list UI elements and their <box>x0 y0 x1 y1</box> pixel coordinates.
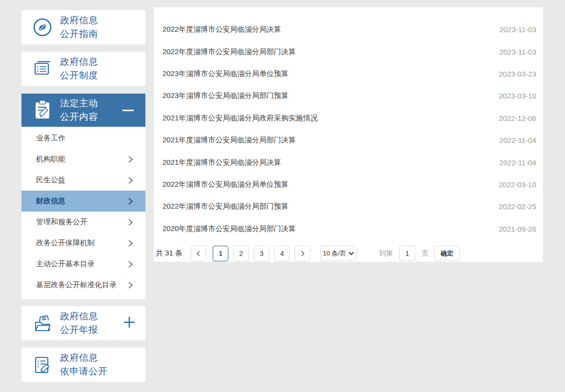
submenu-label: 管理和服务公开 <box>36 217 87 227</box>
submenu-label: 政务公开保障机制 <box>36 238 95 248</box>
chevron-down-icon <box>348 252 354 255</box>
document-title[interactable]: 2022年度淄博市公安局临淄分局部门决算 <box>162 47 489 57</box>
sidebar-item-label: 政府信息 公开制度 <box>60 55 98 82</box>
document-title[interactable]: 2023年淄博市公安局临淄分局部门预算 <box>162 91 489 100</box>
goto-page-input[interactable] <box>399 246 415 261</box>
list-item[interactable]: 2023年淄博市公安局临淄分局单位预算 2023-03-23 <box>154 63 543 85</box>
submenu-item-business[interactable]: 业务工作 <box>21 128 145 149</box>
list-item[interactable]: 2022年度淄博市公安局临淄分局决算 2023-11-03 <box>154 19 543 40</box>
submenu-item-guarantee[interactable]: 政务公开保障机制 <box>21 233 145 254</box>
sidebar-item-system[interactable]: 政府信息 公开制度 <box>21 52 145 86</box>
page-button-3[interactable]: 3 <box>254 246 269 261</box>
chevron-left-icon <box>195 250 202 257</box>
document-date: 2022-11-04 <box>499 158 536 167</box>
compass-icon <box>31 16 54 39</box>
chevron-right-icon <box>127 239 134 248</box>
document-date: 2023-03-10 <box>499 92 536 100</box>
submenu-item-grassroots-catalog[interactable]: 基层政务公开标准化目录 <box>21 274 145 295</box>
document-title[interactable]: 2022年淄博市公安局临淄分局部门预算 <box>162 202 489 211</box>
sidebar-item-guide[interactable]: 政府信息 公开指南 <box>21 10 145 44</box>
chevron-right-icon <box>127 218 134 227</box>
submenu-item-finance[interactable]: 财政信息 <box>21 191 145 212</box>
list-item[interactable]: 2023年淄博市公安局临淄分局部门预算 2023-03-10 <box>154 85 543 107</box>
document-title[interactable]: 2020年度淄博市公安局临淄分局部门决算 <box>162 224 489 234</box>
page-button-4[interactable]: 4 <box>274 246 290 261</box>
next-page-button[interactable] <box>295 246 310 261</box>
divider <box>21 86 145 94</box>
divider <box>21 340 145 348</box>
collapse-minus-icon[interactable] <box>122 110 134 111</box>
submenu-label: 主动公开基本目录 <box>36 259 95 269</box>
submenu-statutory: 业务工作 机构职能 民生公益 财政信息 管理和服务公开 <box>21 127 145 299</box>
document-list-panel: 2022年度淄博市公安局临淄分局决算 2023-11-03 2022年度淄博市公… <box>154 7 543 262</box>
document-title[interactable]: 2021年度淄博市公安局临淄分局决算 <box>162 158 489 167</box>
submenu-label: 基层政务公开标准化目录 <box>36 280 117 290</box>
sidebar-item-label: 政府信息 公开年报 <box>60 310 98 337</box>
chevron-right-icon <box>127 260 134 269</box>
document-title[interactable]: 2021年度淄博市公安局临淄分局部门决算 <box>162 136 489 145</box>
document-date: 2021-09-26 <box>499 225 536 233</box>
document-date: 2023-11-03 <box>499 25 536 34</box>
confirm-button[interactable]: 确定 <box>434 246 460 261</box>
list-item[interactable]: 2020年度淄博市公安局临淄分局部门决算 2021-09-26 <box>154 218 543 240</box>
submenu-label: 财政信息 <box>36 196 65 206</box>
document-pen-icon <box>31 353 54 376</box>
chevron-right-icon <box>127 281 134 290</box>
sidebar-item-label: 政府信息 公开指南 <box>60 14 98 41</box>
list-item[interactable]: 2022年度淄博市公安局临淄分局部门决算 2023-11-03 <box>154 40 543 62</box>
document-date: 2023-03-23 <box>499 70 536 78</box>
sidebar-item-annual-report[interactable]: 政府信息 公开年报 <box>21 306 145 340</box>
prev-page-button[interactable] <box>191 246 206 261</box>
goto-suffix-label: 页 <box>422 249 428 258</box>
sidebar-item-label: 政府信息 依申请公开 <box>60 351 108 378</box>
list-item[interactable]: 2022年淄博市公安局临淄分局单位预算 2022-03-10 <box>154 174 543 196</box>
page-size-select[interactable]: 10 条/页 <box>321 246 357 261</box>
list-item[interactable]: 2021年淄博市公安局临淄分局政府采购实施情况 2022-12-06 <box>154 107 543 129</box>
submenu-label: 业务工作 <box>36 134 65 143</box>
list-item[interactable]: 2022年淄博市公安局临淄分局部门预算 2022-02-25 <box>154 196 543 217</box>
submenu-label: 机构职能 <box>36 155 65 164</box>
document-date: 2023-11-03 <box>499 48 536 56</box>
submenu-label: 民生公益 <box>36 176 65 185</box>
submenu-item-basic-catalog[interactable]: 主动公开基本目录 <box>21 254 145 274</box>
sidebar: 政府信息 公开指南 政府信息 公开制度 <box>21 10 145 382</box>
document-date: 2022-02-25 <box>499 202 536 211</box>
page-button-2[interactable]: 2 <box>233 246 249 261</box>
document-date: 2022-03-10 <box>499 180 536 189</box>
folder-report-icon <box>31 312 54 334</box>
chevron-right-icon <box>127 176 134 185</box>
clipboard-pen-icon <box>31 98 54 122</box>
sidebar-item-label: 法定主动 公开内容 <box>60 97 98 124</box>
sidebar-item-apply-disclosure[interactable]: 政府信息 依申请公开 <box>21 348 145 382</box>
notebook-icon <box>31 58 54 80</box>
chevron-right-icon <box>299 250 306 257</box>
document-title[interactable]: 2022年淄博市公安局临淄分局单位预算 <box>162 180 489 189</box>
document-date: 2022-12-06 <box>499 114 536 122</box>
sidebar-item-statutory[interactable]: 法定主动 公开内容 <box>21 94 145 127</box>
chevron-right-icon <box>127 155 134 164</box>
divider <box>21 299 145 306</box>
list-item[interactable]: 2021年度淄博市公安局临淄分局决算 2022-11-04 <box>154 151 543 173</box>
total-count: 共 31 条 <box>156 249 182 258</box>
divider <box>21 44 145 52</box>
expand-plus-icon[interactable] <box>123 316 136 331</box>
document-title[interactable]: 2023年淄博市公安局临淄分局单位预算 <box>162 69 489 78</box>
page-size-value: 10 条/页 <box>323 249 346 258</box>
pagination: 共 31 条 1 2 3 4 10 条/页 到第 页 确定 <box>154 246 543 261</box>
goto-prefix-label: 到第 <box>379 249 393 258</box>
submenu-item-management[interactable]: 管理和服务公开 <box>21 212 145 233</box>
submenu-item-welfare[interactable]: 民生公益 <box>21 170 145 191</box>
list-item[interactable]: 2021年度淄博市公安局临淄分局部门决算 2022-11-04 <box>154 129 543 151</box>
goto-page-group: 到第 页 确定 <box>379 246 460 261</box>
page-button-1[interactable]: 1 <box>213 246 228 261</box>
document-date: 2022-11-04 <box>499 136 536 144</box>
chevron-right-icon <box>127 197 134 206</box>
document-title[interactable]: 2021年淄博市公安局临淄分局政府采购实施情况 <box>162 114 489 123</box>
submenu-item-functions[interactable]: 机构职能 <box>21 149 145 170</box>
document-title[interactable]: 2022年度淄博市公安局临淄分局决算 <box>162 25 489 34</box>
